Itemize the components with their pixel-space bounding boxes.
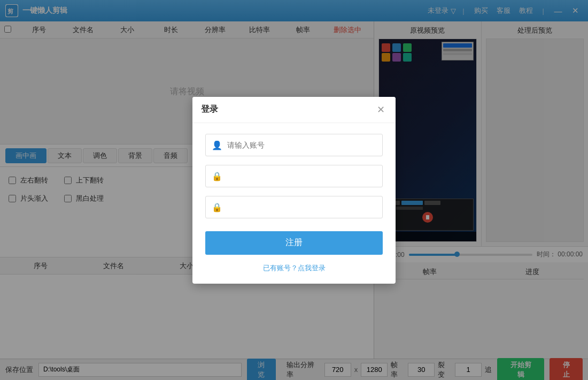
confirm-input[interactable] (205, 196, 383, 218)
account-icon: 👤 (212, 140, 222, 150)
register-button[interactable]: 注册 (205, 231, 383, 255)
modal-body: 👤 🔒 🔒 注册 已有账号？点我登录 (192, 123, 396, 284)
login-modal: 登录 ✕ 👤 🔒 🔒 注册 已有账号？点我登录 (192, 97, 396, 284)
password-icon: 🔒 (212, 171, 222, 181)
password-input[interactable] (205, 165, 383, 187)
account-input[interactable] (205, 134, 383, 156)
modal-header: 登录 ✕ (192, 97, 396, 123)
account-input-group: 👤 (205, 134, 383, 156)
modal-close-button[interactable]: ✕ (374, 103, 387, 116)
modal-overlay[interactable]: 登录 ✕ 👤 🔒 🔒 注册 已有账号？点我登录 (0, 0, 588, 380)
confirm-input-group: 🔒 (205, 196, 383, 218)
password-input-group: 🔒 (205, 165, 383, 187)
confirm-icon: 🔒 (212, 202, 222, 212)
login-link[interactable]: 已有账号？点我登录 (205, 263, 383, 273)
modal-title: 登录 (201, 104, 218, 115)
